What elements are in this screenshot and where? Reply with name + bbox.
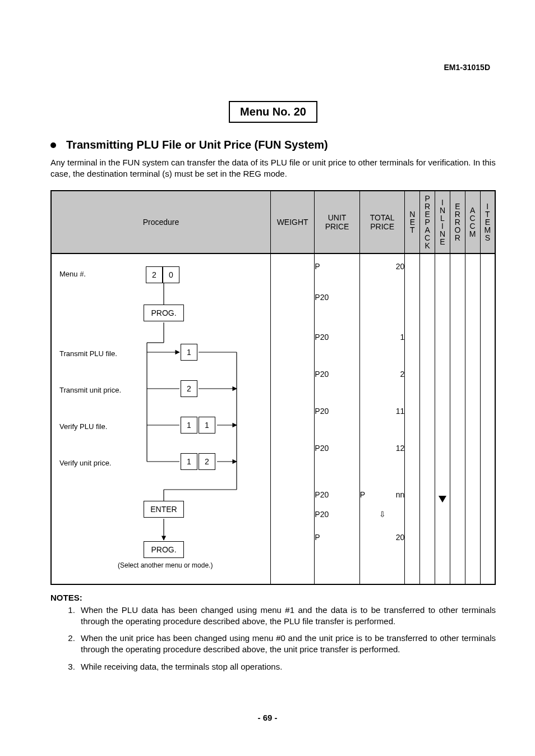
up-r2: P20: [315, 293, 329, 302]
up-r8: P20: [315, 510, 329, 519]
accm-column-body: [465, 253, 480, 584]
procedure-table: Procedure WEIGHT UNIT PRICE TOTAL PRICE …: [50, 190, 496, 585]
col-total-price: TOTAL PRICE: [359, 191, 405, 253]
tp-r4: 2: [400, 370, 405, 379]
error-column-body: [450, 253, 465, 584]
note-2: When the unit price has been changed usi…: [77, 633, 496, 656]
prepack-column-body: [420, 253, 435, 584]
section-title: Transmitting PLU File or Unit Price (FUN…: [66, 139, 328, 151]
col-net: NET: [405, 191, 420, 253]
notes-list: When the PLU data has been changed using…: [50, 605, 496, 672]
total-price-column-body: 20 1 2 11 12 P nn ⇩ 20: [359, 253, 405, 584]
key-prog-2: PROG.: [144, 541, 184, 558]
tp-r5: 11: [396, 407, 405, 416]
table-body-row: Menu #. 2 0 PROG. Transmit PLU file. 1 T…: [51, 253, 495, 584]
key-2b: 2: [199, 453, 215, 470]
col-inline: INLINE: [435, 191, 450, 253]
down-arrow-icon: ⇩: [379, 510, 386, 519]
flow-connectors: [52, 254, 248, 585]
table-header-row: Procedure WEIGHT UNIT PRICE TOTAL PRICE …: [51, 191, 495, 253]
procedure-flow-cell: Menu #. 2 0 PROG. Transmit PLU file. 1 T…: [51, 253, 271, 584]
weight-column-body: [271, 253, 315, 584]
unit-price-column-body: P P20 P20 P20 P20 P20 P20 P20 P: [315, 253, 360, 584]
tp-r1: 20: [396, 262, 405, 271]
bullet-icon: [50, 142, 56, 148]
notes-heading: NOTES:: [50, 593, 496, 602]
key-1d: 1: [181, 453, 197, 470]
up-r4: P20: [315, 370, 329, 379]
label-transmit-plu: Transmit PLU file.: [59, 349, 117, 358]
page-number: - 69 -: [0, 713, 535, 722]
col-items: ITEMS: [480, 191, 495, 253]
key-1b: 1: [181, 417, 197, 434]
key-2a: 2: [181, 380, 197, 397]
up-r6: P20: [315, 444, 329, 453]
items-column-body: [480, 253, 495, 584]
key-2: 2: [146, 266, 163, 283]
key-0: 0: [163, 266, 179, 283]
label-transmit-unit: Transmit unit price.: [59, 386, 121, 394]
note-1: When the PLU data has been changed using…: [77, 605, 496, 628]
key-1c: 1: [199, 417, 215, 434]
tp-r7a: P: [360, 490, 365, 499]
col-procedure: Procedure: [51, 191, 271, 253]
col-unit-price: UNIT PRICE: [315, 191, 360, 253]
col-prepack: PREPACK: [420, 191, 435, 253]
col-weight: WEIGHT: [271, 191, 315, 253]
label-verify-plu: Verify PLU file.: [59, 422, 107, 431]
tp-r3: 1: [400, 333, 405, 342]
up-r7: P20: [315, 490, 329, 499]
key-enter: ENTER: [144, 501, 184, 518]
up-r5: P20: [315, 407, 329, 416]
up-r9: P: [315, 533, 320, 542]
col-error: ERROR: [450, 191, 465, 253]
key-1a: 1: [181, 344, 197, 361]
net-column-body: [405, 253, 420, 584]
label-verify-unit: Verify unit price.: [59, 459, 112, 467]
tp-r7b: nn: [396, 490, 405, 499]
tp-r6: 12: [396, 444, 405, 453]
document-id: EM1-31015D: [444, 63, 491, 72]
up-r1: P: [315, 262, 320, 271]
inline-indicator-icon: [439, 496, 446, 503]
select-note: (Select another menu or mode.): [118, 561, 213, 569]
menu-number-box: Menu No. 20: [229, 101, 317, 123]
col-accm: ACCM: [465, 191, 480, 253]
label-menu-number: Menu #.: [59, 270, 86, 278]
intro-paragraph: Any terminal in the FUN system can trans…: [50, 157, 496, 180]
tp-r9: 20: [396, 533, 405, 542]
up-r3: P20: [315, 333, 329, 342]
inline-column-body: [435, 253, 450, 584]
note-3: While receiving data, the terminals stop…: [77, 661, 496, 672]
menu-box-container: Menu No. 20: [50, 101, 496, 123]
section-heading-row: Transmitting PLU File or Unit Price (FUN…: [50, 139, 496, 151]
key-prog-1: PROG.: [144, 305, 184, 321]
